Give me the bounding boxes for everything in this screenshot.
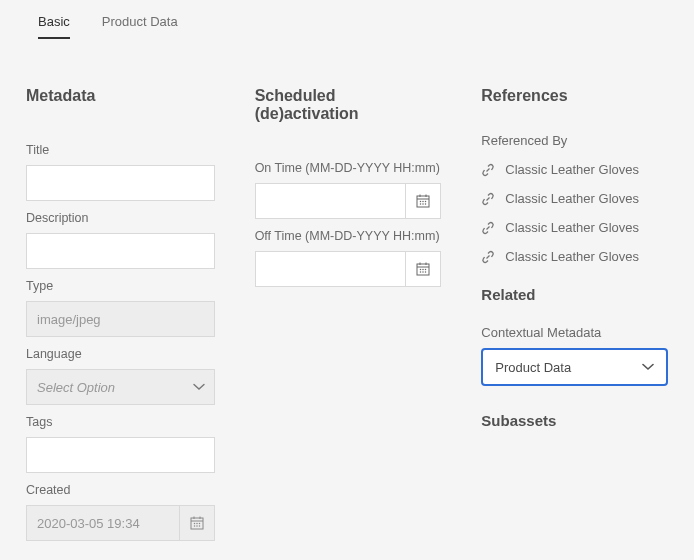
reference-item[interactable]: Classic Leather Gloves bbox=[481, 162, 668, 177]
title-label: Title bbox=[26, 143, 215, 157]
created-input bbox=[26, 505, 179, 541]
off-time-group bbox=[255, 251, 442, 287]
calendar-icon bbox=[415, 193, 431, 209]
tab-bar: Basic Product Data bbox=[0, 0, 694, 39]
link-icon bbox=[481, 192, 495, 206]
contextual-metadata-value: Product Data bbox=[495, 360, 571, 375]
tab-basic-label: Basic bbox=[38, 14, 70, 29]
language-select-input[interactable] bbox=[26, 369, 215, 405]
on-time-input[interactable] bbox=[255, 183, 406, 219]
created-group bbox=[26, 505, 215, 541]
description-input[interactable] bbox=[26, 233, 215, 269]
chevron-down-icon bbox=[642, 363, 654, 371]
reference-item[interactable]: Classic Leather Gloves bbox=[481, 220, 668, 235]
on-time-group bbox=[255, 183, 442, 219]
description-label: Description bbox=[26, 211, 215, 225]
created-date-button bbox=[179, 505, 215, 541]
content-area: Metadata Title Description Type Language… bbox=[0, 39, 694, 541]
type-input bbox=[26, 301, 215, 337]
reference-item-label: Classic Leather Gloves bbox=[505, 162, 639, 177]
type-label: Type bbox=[26, 279, 215, 293]
reference-item[interactable]: Classic Leather Gloves bbox=[481, 249, 668, 264]
contextual-metadata-select[interactable]: Product Data bbox=[481, 348, 668, 386]
tags-input[interactable] bbox=[26, 437, 215, 473]
calendar-icon bbox=[189, 515, 205, 531]
scheduled-column: Scheduled (de)activation On Time (MM-DD-… bbox=[255, 87, 442, 541]
reference-item-label: Classic Leather Gloves bbox=[505, 191, 639, 206]
title-input[interactable] bbox=[26, 165, 215, 201]
related-heading: Related bbox=[481, 286, 668, 303]
reference-item-label: Classic Leather Gloves bbox=[505, 249, 639, 264]
scheduled-heading: Scheduled (de)activation bbox=[255, 87, 442, 123]
off-time-input[interactable] bbox=[255, 251, 406, 287]
link-icon bbox=[481, 250, 495, 264]
calendar-icon bbox=[415, 261, 431, 277]
metadata-column: Metadata Title Description Type Language… bbox=[26, 87, 215, 541]
tab-product-data[interactable]: Product Data bbox=[102, 10, 178, 39]
references-heading: References bbox=[481, 87, 668, 105]
contextual-metadata-label: Contextual Metadata bbox=[481, 325, 668, 340]
link-icon bbox=[481, 221, 495, 235]
references-column: References Referenced By Classic Leather… bbox=[481, 87, 668, 541]
created-label: Created bbox=[26, 483, 215, 497]
tab-product-data-label: Product Data bbox=[102, 14, 178, 29]
off-time-date-button[interactable] bbox=[405, 251, 441, 287]
tags-label: Tags bbox=[26, 415, 215, 429]
subassets-heading: Subassets bbox=[481, 412, 668, 429]
referenced-by-label: Referenced By bbox=[481, 133, 668, 148]
link-icon bbox=[481, 163, 495, 177]
off-time-label: Off Time (MM-DD-YYYY HH:mm) bbox=[255, 229, 442, 243]
on-time-label: On Time (MM-DD-YYYY HH:mm) bbox=[255, 161, 442, 175]
language-label: Language bbox=[26, 347, 215, 361]
on-time-date-button[interactable] bbox=[405, 183, 441, 219]
metadata-heading: Metadata bbox=[26, 87, 215, 105]
reference-item[interactable]: Classic Leather Gloves bbox=[481, 191, 668, 206]
tab-basic[interactable]: Basic bbox=[38, 10, 70, 39]
reference-item-label: Classic Leather Gloves bbox=[505, 220, 639, 235]
language-select[interactable] bbox=[26, 369, 215, 405]
